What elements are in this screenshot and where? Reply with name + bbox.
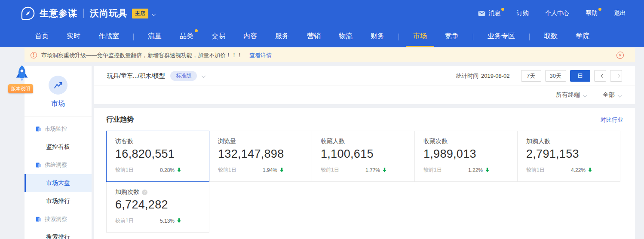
metric-value: 6,724,282: [115, 198, 200, 211]
report-icon: [36, 126, 42, 132]
compare-label: 较前1日: [115, 217, 134, 224]
version-badge: 标准版: [170, 71, 197, 81]
metric-card-favorite-count[interactable]: 收藏次数 1,989,013 较前1日 1.22%: [414, 131, 518, 182]
arrow-down-icon: [588, 167, 592, 173]
metric-value: 132,147,898: [218, 147, 303, 161]
metric-foot: 较前1日 1.94%: [218, 166, 303, 174]
sidebar-menu: 市场监控 监控看板 供给洞察 市场大盘 市场排行: [25, 116, 92, 239]
sidebar-item-search-ranking[interactable]: 搜索排行: [25, 228, 92, 239]
sidebar-module-label: 市场: [25, 99, 92, 108]
arrow-down-icon: [177, 218, 181, 224]
sidebar-item-monitor-board[interactable]: 监控看板: [25, 138, 92, 156]
metric-card-cart-users[interactable]: 加购人数 2,791,153 较前1日 4.22%: [517, 131, 620, 182]
change-percent: 1.77%: [365, 167, 380, 173]
nav-war-room[interactable]: 作战室: [98, 32, 119, 47]
brand: 生意参谋 沃尚玩具 主店: [35, 7, 155, 19]
nav-competition[interactable]: 竞争: [445, 32, 459, 47]
change-percent: 4.22%: [571, 167, 586, 173]
compare-label: 较前1日: [423, 166, 442, 174]
metric-change: 1.77%: [365, 167, 387, 173]
notification-dot: [598, 8, 601, 11]
notice-bar: ! 市场洞察重磅升级——竞争监控数量翻倍，新增客群透视功能，加量不加价！！！ 查…: [25, 48, 635, 62]
notification-dot: [501, 8, 504, 11]
scope-filter-dropdown[interactable]: 全部: [603, 91, 621, 99]
version-note-badge[interactable]: 版本说明: [8, 84, 33, 93]
nav-home[interactable]: 首页: [35, 32, 49, 47]
market-trend-icon: [49, 76, 67, 95]
notice-detail-link[interactable]: 查看详情: [249, 52, 272, 59]
terminal-filter-dropdown[interactable]: 所有终端: [556, 91, 586, 99]
sidebar-group-supply-insight[interactable]: 供给洞察: [25, 156, 92, 174]
sidebar: 市场 市场监控 监控看板 供给: [25, 66, 92, 239]
nav-realtime[interactable]: 实时: [67, 32, 80, 47]
prev-date-button[interactable]: [594, 70, 606, 82]
next-date-button[interactable]: [610, 70, 622, 82]
metric-card-cart-count[interactable]: 加购次数 ? 6,724,282 较前1日 5.13%: [106, 181, 209, 233]
compare-industry-link[interactable]: 对比行业: [601, 116, 623, 124]
nav-market[interactable]: 市场: [413, 32, 427, 47]
top-menu-help[interactable]: 帮助: [586, 9, 598, 17]
header: 生意参谋 沃尚玩具 主店 消息 订购 个人中心 帮助: [0, 0, 644, 47]
nav-logistics[interactable]: 物流: [339, 32, 353, 47]
compare-label: 较前1日: [321, 166, 339, 174]
sidebar-group-search-insight[interactable]: 搜索洞察: [25, 210, 92, 228]
range-day-button[interactable]: 日: [570, 70, 590, 82]
nav-data-extract[interactable]: 取数: [544, 32, 558, 47]
nav-business-zone[interactable]: 业务专区: [488, 32, 515, 47]
rocket-icon[interactable]: [14, 64, 30, 83]
range-30d-button[interactable]: 30天: [545, 70, 566, 82]
close-icon[interactable]: ✕: [616, 52, 624, 59]
nav-traffic[interactable]: 流量: [148, 32, 162, 47]
metric-value: 1,989,013: [423, 147, 509, 161]
top-menu-order[interactable]: 订购: [517, 9, 529, 17]
metric-change: 0.28%: [160, 167, 181, 173]
metric-foot: 较前1日 0.28%: [115, 166, 200, 174]
shop-name: 沃尚玩具: [90, 7, 128, 19]
top-menu-personal-center[interactable]: 个人中心: [545, 9, 569, 17]
mail-icon: [478, 10, 485, 16]
sycm-logo-icon: [21, 6, 35, 21]
metric-card-favorite-users[interactable]: 收藏人数 1,100,615 较前1日 1.77%: [312, 131, 415, 182]
sidebar-item-market-overview[interactable]: 市场大盘: [25, 174, 92, 192]
category-breadcrumb[interactable]: 玩具/童车.../积木/模型: [107, 72, 165, 80]
app-name: 生意参谋: [40, 7, 77, 19]
nav-finance[interactable]: 财务: [371, 32, 384, 47]
shop-switch-chevron-down-icon[interactable]: [152, 9, 155, 17]
notice-text: 市场洞察重磅升级——竞争监控数量翻倍，新增客群透视功能，加量不加价！！！: [41, 52, 242, 59]
sidebar-module-header: 市场: [25, 66, 92, 116]
top-menu-help-label: 帮助: [586, 9, 598, 17]
metric-card-pageviews[interactable]: 浏览量 132,147,898 较前1日 1.94%: [209, 131, 312, 182]
metric-card-visitors[interactable]: 访客数 16,820,551 较前1日 0.28%: [106, 131, 209, 182]
chevron-down-icon: [583, 93, 587, 97]
sidebar-group-market-monitor[interactable]: 市场监控: [25, 120, 92, 138]
category-chevron-down-icon[interactable]: [202, 74, 206, 78]
sidebar-group-label: 供给洞察: [45, 161, 67, 169]
change-percent: 1.94%: [263, 167, 277, 173]
arrow-down-icon: [279, 167, 284, 173]
nav-content[interactable]: 内容: [243, 32, 257, 47]
sidebar-item-market-ranking[interactable]: 市场排行: [25, 192, 92, 210]
arrow-down-icon: [177, 167, 181, 173]
metric-cards-row-1: 访客数 16,820,551 较前1日 0.28%: [106, 131, 623, 182]
trend-header: 行业趋势 对比行业: [106, 115, 623, 124]
nav-trade[interactable]: 交易: [212, 32, 225, 47]
change-percent: 5.13%: [160, 218, 175, 224]
compare-label: 较前1日: [526, 166, 545, 174]
range-7d-button[interactable]: 7天: [521, 70, 541, 82]
top-menu-messages[interactable]: 消息: [478, 9, 500, 17]
nav-academy[interactable]: 学院: [576, 32, 589, 47]
info-icon[interactable]: ?: [142, 190, 147, 195]
nav-service[interactable]: 服务: [275, 32, 289, 47]
nav-marketing[interactable]: 营销: [307, 32, 321, 47]
nav-category[interactable]: 品类: [180, 32, 193, 47]
metric-change: 1.22%: [468, 167, 490, 173]
metric-change: 1.94%: [263, 167, 284, 173]
report-icon: [36, 216, 42, 222]
metric-foot: 较前1日 4.22%: [526, 166, 611, 174]
metric-label: 收藏次数: [423, 138, 509, 145]
scope-filter-label: 全部: [603, 91, 615, 99]
industry-trend-panel: 行业趋势 对比行业 访客数 16,820,551 较前1日 0.28%: [94, 108, 635, 239]
top-menu-logout[interactable]: 退出: [614, 9, 626, 17]
main-nav: 首页 实时 作战室 流量 品类 交易 内容 服务 营销 物流 财务 市场 竞争 …: [0, 27, 644, 47]
metric-label: 访客数: [115, 138, 200, 145]
